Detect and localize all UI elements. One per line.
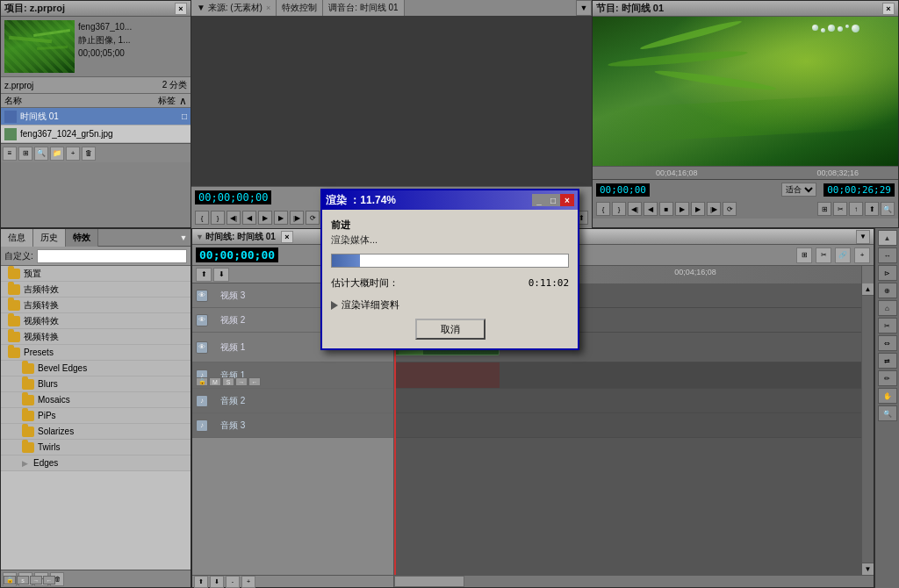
audio-sub-btn[interactable]: 🔒: [196, 377, 208, 386]
goto-in-btn[interactable]: ◀|: [227, 211, 241, 225]
tree-folder-item[interactable]: Bevel Edges: [1, 361, 191, 376]
tab-info[interactable]: 信息: [1, 229, 33, 247]
timeline-menu-btn[interactable]: ▼: [856, 230, 870, 244]
tree-folder-item[interactable]: 视频特效: [1, 313, 191, 329]
add-track-btn2[interactable]: ⬇: [213, 268, 229, 282]
tree-folder-item[interactable]: PiPs: [1, 408, 191, 424]
timeline-hscrollbar[interactable]: ⬆ ⬇ - +: [192, 575, 874, 587]
prog-lift[interactable]: ↑: [849, 202, 863, 216]
track-expand[interactable]: [210, 291, 219, 300]
track-speaker-btn[interactable]: ♪: [196, 419, 208, 432]
hand-tool[interactable]: ✋: [878, 388, 897, 404]
track-eye-btn[interactable]: 👁: [196, 314, 208, 326]
audio-sub-btn5[interactable]: ←: [248, 377, 261, 386]
tl-snap-btn[interactable]: ⊞: [796, 247, 812, 263]
track-eye-btn[interactable]: 👁: [196, 341, 208, 354]
tree-folder-item[interactable]: Presets: [1, 345, 191, 361]
audio-sub-btn2[interactable]: M: [209, 377, 221, 386]
dialog-cancel-btn[interactable]: 取消: [415, 319, 485, 340]
step-back-btn[interactable]: ◀: [242, 211, 256, 225]
prog-loop[interactable]: ⟳: [723, 202, 737, 216]
prog-mark-in[interactable]: {: [596, 202, 610, 216]
track-expand[interactable]: [210, 316, 219, 325]
project-folder-btn[interactable]: 📁: [50, 147, 64, 161]
dialog-maximize-btn[interactable]: □: [546, 194, 560, 206]
ripple-tool[interactable]: ⊳: [878, 265, 897, 281]
timeline-close-btn[interactable]: ×: [281, 231, 293, 243]
prog-play[interactable]: ▶: [675, 202, 689, 216]
slip-tool[interactable]: ⇔: [878, 335, 897, 351]
step-fwd-btn[interactable]: ▶: [274, 211, 288, 225]
project-tool-btn[interactable]: ≡: [3, 147, 17, 161]
track-speaker-btn[interactable]: ♪: [196, 395, 208, 407]
dialog-close-btn[interactable]: ×: [560, 194, 574, 206]
prog-step-fwd[interactable]: ▶: [691, 202, 705, 216]
prog-step-back[interactable]: ◀: [644, 202, 658, 216]
tree-folder-item[interactable]: Twirls: [1, 440, 191, 455]
zoom-tool[interactable]: 🔍: [878, 405, 897, 421]
source-tab-effects[interactable]: 特效控制: [277, 0, 323, 16]
prog-extract[interactable]: ⬆: [865, 202, 879, 216]
add-track-btn[interactable]: ⬆: [196, 268, 212, 282]
track-expand[interactable]: [210, 397, 219, 405]
prog-goto-in[interactable]: ◀|: [628, 202, 642, 216]
tree-folder-item[interactable]: Mosaics: [1, 392, 191, 408]
scroll-down-btn[interactable]: ▼: [862, 563, 874, 575]
track-eye-btn[interactable]: 👁: [196, 290, 208, 302]
mark-in-btn[interactable]: {: [195, 211, 209, 225]
selection-tool[interactable]: ▲: [878, 230, 897, 246]
tree-folder-item[interactable]: 视频转换: [1, 329, 191, 345]
tree-folder-item[interactable]: 吉频转换: [1, 298, 191, 313]
goto-out-btn[interactable]: |▶: [290, 211, 304, 225]
prog-safe[interactable]: ⊞: [817, 202, 831, 216]
track-select-tool[interactable]: ↔: [878, 247, 897, 263]
effects-menu-btn[interactable]: ▼: [176, 229, 191, 247]
program-close-btn[interactable]: ×: [882, 3, 895, 15]
tl-razor-btn[interactable]: ✂: [816, 247, 831, 263]
tab-effects[interactable]: 特效: [66, 229, 98, 247]
zoom-in-btn[interactable]: +: [241, 576, 255, 588]
tab-history[interactable]: 历史: [33, 229, 66, 247]
mark-out-btn[interactable]: }: [211, 211, 225, 225]
tree-folder-item[interactable]: 预置: [1, 266, 191, 282]
project-search-btn[interactable]: 🔍: [34, 147, 48, 161]
audio-sub-btn4[interactable]: →: [235, 377, 248, 386]
h-scroll-thumb[interactable]: [394, 576, 464, 587]
search-input[interactable]: [37, 249, 187, 263]
track-expand[interactable]: [210, 343, 219, 352]
project-delete-btn[interactable]: 🗑: [82, 147, 96, 161]
dialog-minimize-btn[interactable]: _: [532, 194, 546, 206]
project-close-btn[interactable]: ×: [175, 3, 187, 15]
tree-leaf-item[interactable]: ▶ Edges: [1, 455, 191, 471]
slide-tool[interactable]: ⇄: [878, 353, 897, 369]
source-tab-audio[interactable]: 调音台: 时间线 01: [323, 0, 404, 16]
add-video-track-btn[interactable]: ⬆: [194, 576, 208, 588]
timeline-vscrollbar[interactable]: ▲ ▼: [861, 283, 874, 575]
h-scroll-track[interactable]: [394, 576, 861, 587]
source-tab-close[interactable]: ×: [266, 4, 270, 12]
prog-goto-out[interactable]: |▶: [707, 202, 721, 216]
rate-stretch-tool[interactable]: ⌂: [878, 300, 897, 316]
pen-tool[interactable]: ✏: [878, 370, 897, 386]
tl-link-btn[interactable]: 🔗: [835, 247, 851, 263]
source-tab-source[interactable]: ▼ 来源: (无素材) ×: [191, 0, 277, 16]
track-expand[interactable]: [210, 421, 219, 430]
remove-track-btn[interactable]: ⬇: [210, 576, 224, 588]
scroll-up-btn[interactable]: ▲: [862, 283, 874, 296]
tree-folder-item[interactable]: Solarizes: [1, 424, 191, 440]
project-tool-btn[interactable]: ⊞: [18, 147, 32, 161]
loop-btn[interactable]: ⟳: [306, 211, 320, 225]
list-item[interactable]: 时间线 01 □: [1, 108, 191, 125]
rolling-tool[interactable]: ⊕: [878, 283, 897, 298]
audio-sub-btn3[interactable]: S: [222, 377, 234, 386]
list-item[interactable]: feng367_1024_gr5n.jpg: [1, 125, 191, 143]
prog-stop[interactable]: ■: [659, 202, 673, 216]
tree-folder-item[interactable]: Blurs: [1, 376, 191, 392]
prog-trim[interactable]: ✂: [833, 202, 847, 216]
zoom-out-btn[interactable]: -: [226, 576, 240, 588]
panel-menu-btn[interactable]: ▼: [576, 0, 592, 16]
fit-select[interactable]: 适合: [781, 183, 816, 197]
tl-add-track-btn[interactable]: +: [854, 247, 870, 263]
tree-folder-item[interactable]: 吉频特效: [1, 282, 191, 298]
razor-tool[interactable]: ✂: [878, 318, 897, 333]
